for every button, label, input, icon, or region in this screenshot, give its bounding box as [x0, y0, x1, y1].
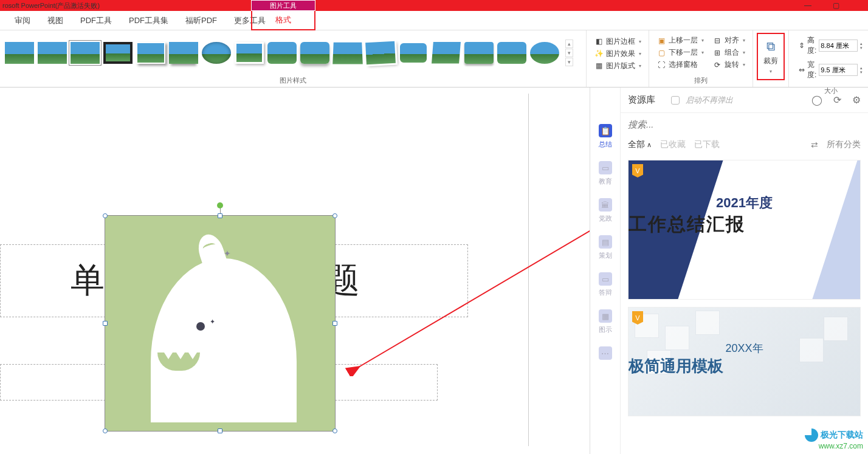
height-field[interactable]: ⇕ 高度: ▴▾ [799, 35, 863, 56]
group-label-arrange: 排列 [649, 75, 753, 87]
template-card-1[interactable]: V 2021年度 工作总结汇报 可以用于工作的总结汇报/平时项目的演示 汇报人：… [628, 160, 861, 300]
height-up[interactable]: ▴ [860, 41, 863, 46]
resize-handle-sw[interactable] [103, 428, 108, 433]
template-card-2[interactable]: V 20XX年 极简通用模板 You can use it for year-e… [628, 307, 861, 416]
picture-style-13[interactable] [399, 42, 428, 64]
picture-style-14[interactable] [432, 42, 461, 64]
summary-icon: 📋 [599, 124, 612, 137]
sidebar-item-education[interactable]: ▭教育 [599, 161, 612, 186]
height-input[interactable] [819, 40, 858, 52]
gallery-expand[interactable]: ▾ [565, 58, 573, 66]
education-icon: ▭ [599, 161, 612, 174]
picture-style-1[interactable] [5, 42, 34, 64]
tab-pdf-tools[interactable]: PDF工具 [72, 11, 120, 30]
height-down[interactable]: ▾ [860, 46, 863, 50]
picture-style-11[interactable] [333, 42, 362, 64]
contextual-tab-picture-tools[interactable]: 图片工具 [251, 0, 315, 11]
sidebar-item-planning[interactable]: ▤策划 [599, 235, 612, 260]
user-icon[interactable]: ◯ [811, 94, 822, 106]
send-backward-icon: ▢ [656, 48, 666, 58]
refresh-icon[interactable]: ⟳ [833, 94, 841, 106]
picture-style-12[interactable] [366, 42, 395, 64]
dino-body [151, 258, 297, 422]
sidebar-item-diagram[interactable]: ▦图示 [599, 309, 612, 334]
vip-badge: V [632, 164, 643, 177]
picture-style-10[interactable] [300, 42, 329, 64]
width-up[interactable]: ▴ [860, 66, 863, 70]
align-icon: ⊟ [712, 36, 722, 46]
height-icon: ⇕ [799, 41, 805, 50]
align-button[interactable]: ⊟对齐 [712, 35, 745, 46]
sidebar-item-summary[interactable]: 📋总结 [599, 124, 612, 149]
ribbon: ▴ ▾ ▾ 图片样式 ◧图片边框 ✨图片效果 ▦图片版式 ▣上移一层 ▢下移一层… [0, 30, 868, 88]
gallery-scroll-down[interactable]: ▾ [565, 49, 573, 57]
tab-foxit-pdf[interactable]: 福昕PDF [177, 11, 226, 30]
picture-style-17[interactable] [530, 42, 559, 64]
rotate-handle[interactable] [217, 202, 223, 208]
settings-icon[interactable]: ⚙ [852, 94, 861, 106]
resize-handle-ne[interactable] [332, 213, 337, 218]
rotate-icon: ⟳ [712, 60, 722, 70]
sidebar-item-government[interactable]: 🏛党政 [599, 198, 612, 223]
government-icon: 🏛 [599, 198, 612, 212]
picture-style-6[interactable] [169, 42, 198, 64]
width-down[interactable]: ▾ [860, 70, 863, 74]
resize-handle-e[interactable] [332, 321, 337, 326]
picture-style-9[interactable] [267, 42, 297, 64]
picture-style-4[interactable] [103, 42, 133, 64]
picture-border-button[interactable]: ◧图片边框 [594, 36, 641, 47]
tab-view[interactable]: 视图 [39, 11, 72, 30]
maximize-button[interactable]: ▢ [822, 0, 850, 11]
minimize-button[interactable]: — [794, 0, 822, 11]
selected-image[interactable]: ✦ ✦ [105, 215, 336, 432]
titlebar: rosoft PowerPoint(产品激活失败) 图片工具 — ▢ [0, 0, 868, 11]
rotate-button[interactable]: ⟳旋转 [712, 60, 745, 70]
tab-pdf-toolset[interactable]: PDF工具集 [120, 11, 177, 30]
picture-style-7[interactable] [202, 42, 231, 64]
tab-format[interactable]: 格式 [251, 11, 315, 30]
resize-handle-s[interactable] [218, 428, 222, 433]
resize-handle-se[interactable] [332, 428, 337, 433]
no-popup-label: 启动不再弹出 [686, 95, 733, 106]
resource-panel: 📋总结 ▭教育 🏛党政 ▤策划 ▭答辩 ▦图示 ⋯ 资源库 启动不再弹出 ◯ ⟳… [590, 88, 868, 454]
search-input[interactable] [628, 119, 861, 129]
group-button[interactable]: ⊞组合 [712, 47, 745, 58]
resize-handle-n[interactable] [218, 213, 222, 218]
resize-handle-w[interactable] [103, 321, 108, 326]
picture-style-2[interactable] [38, 42, 67, 64]
picture-style-16[interactable] [497, 42, 526, 64]
group-icon: ⊞ [712, 48, 722, 58]
sidebar-item-defense[interactable]: ▭答辩 [599, 272, 612, 297]
no-popup-checkbox[interactable] [671, 96, 680, 105]
resize-handle-nw[interactable] [103, 213, 108, 218]
selection-pane-button[interactable]: ⛶选择窗格 [656, 60, 704, 70]
shuffle-icon[interactable]: ⇄ [811, 140, 818, 150]
filter-downloaded[interactable]: 已下载 [694, 139, 720, 150]
vip-badge: V [632, 311, 643, 325]
slide-canvas[interactable]: 单 题 题 ✦ ✦ [0, 88, 590, 454]
picture-style-8[interactable] [235, 42, 264, 64]
picture-effects-button[interactable]: ✨图片效果 [594, 49, 641, 59]
picture-styles-gallery[interactable]: ▴ ▾ ▾ [5, 40, 573, 66]
picture-layout-button[interactable]: ▦图片版式 [594, 61, 641, 71]
send-backward-button[interactable]: ▢下移一层 [656, 47, 704, 58]
border-icon: ◧ [594, 36, 604, 46]
crop-button[interactable]: ⧉ 裁剪 ▾ [757, 33, 785, 80]
diagram-icon: ▦ [599, 309, 612, 323]
filter-favorited[interactable]: 已收藏 [660, 139, 686, 150]
gallery-scroll-up[interactable]: ▴ [565, 40, 573, 48]
picture-style-3[interactable] [71, 42, 100, 64]
picture-style-15[interactable] [464, 42, 494, 64]
picture-style-5[interactable] [136, 42, 165, 64]
sparkle-icon: ✦ [224, 249, 231, 258]
bring-forward-button[interactable]: ▣上移一层 [656, 35, 704, 46]
close-button[interactable] [850, 0, 868, 11]
filter-category[interactable]: 所有分类 [827, 139, 861, 150]
width-input[interactable] [819, 64, 858, 76]
sidebar-item-more[interactable]: ⋯ [599, 346, 612, 360]
tab-review[interactable]: 审阅 [6, 11, 39, 30]
filter-all[interactable]: 全部 [628, 139, 652, 150]
group-label-styles: 图片样式 [0, 75, 586, 87]
ribbon-tabs: 审阅 视图 PDF工具 PDF工具集 福昕PDF 更多工具 格式 [0, 11, 868, 30]
width-field[interactable]: ⇔ 宽度: ▴▾ [799, 60, 863, 80]
